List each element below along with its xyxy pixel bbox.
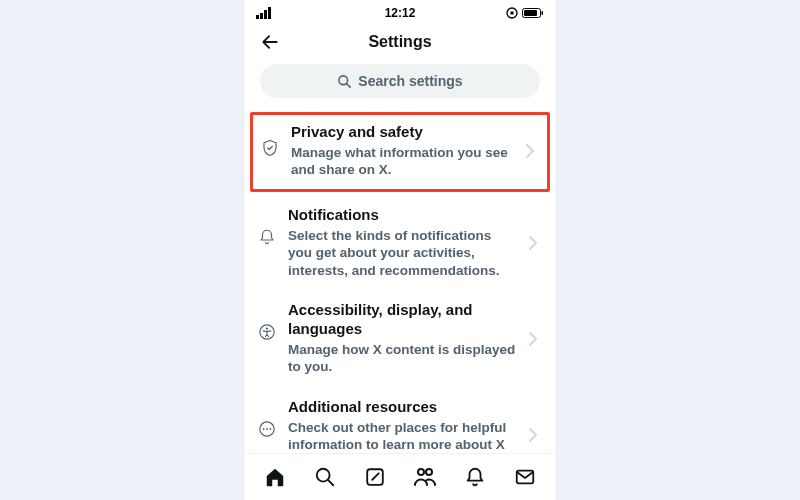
mail-icon bbox=[514, 466, 536, 488]
accessibility-icon bbox=[256, 323, 278, 341]
status-time: 12:12 bbox=[316, 6, 484, 20]
search-placeholder: Search settings bbox=[358, 73, 462, 89]
nav-communities[interactable] bbox=[405, 457, 445, 497]
svg-point-16 bbox=[269, 428, 271, 430]
item-desc: Select the kinds of notifications you ge… bbox=[288, 227, 518, 280]
more-horizontal-icon bbox=[256, 420, 278, 438]
header-bar: Settings bbox=[244, 24, 556, 60]
item-desc: Check out other places for helpful infor… bbox=[288, 419, 518, 453]
status-right bbox=[484, 7, 544, 19]
people-icon bbox=[413, 466, 437, 488]
home-icon bbox=[264, 466, 286, 488]
item-body: Notifications Select the kinds of notifi… bbox=[288, 206, 518, 279]
svg-rect-8 bbox=[524, 10, 537, 16]
settings-list: Privacy and safety Manage what informati… bbox=[244, 108, 556, 453]
svg-point-15 bbox=[266, 428, 268, 430]
search-input[interactable]: Search settings bbox=[260, 64, 540, 98]
search-wrap: Search settings bbox=[244, 60, 556, 108]
chevron-right-icon bbox=[528, 428, 544, 442]
svg-rect-0 bbox=[256, 15, 259, 19]
compose-icon bbox=[364, 466, 386, 488]
status-bar: 12:12 bbox=[244, 0, 556, 24]
list-item-privacy-safety[interactable]: Privacy and safety Manage what informati… bbox=[250, 112, 550, 192]
search-icon bbox=[337, 74, 352, 89]
item-title: Notifications bbox=[288, 206, 518, 225]
item-desc: Manage how X content is displayed to you… bbox=[288, 341, 518, 376]
chevron-right-icon bbox=[528, 236, 544, 250]
nav-search[interactable] bbox=[305, 457, 345, 497]
bell-icon bbox=[464, 466, 486, 488]
search-icon bbox=[314, 466, 336, 488]
svg-rect-2 bbox=[264, 10, 267, 19]
chevron-right-icon bbox=[525, 144, 541, 158]
signal-icon bbox=[256, 7, 274, 19]
nav-home[interactable] bbox=[255, 457, 295, 497]
svg-point-14 bbox=[263, 428, 265, 430]
item-title: Additional resources bbox=[288, 398, 518, 417]
svg-rect-3 bbox=[268, 7, 271, 19]
svg-point-21 bbox=[426, 469, 432, 475]
nav-compose[interactable] bbox=[355, 457, 395, 497]
orientation-lock-icon bbox=[506, 7, 518, 19]
page-title: Settings bbox=[244, 33, 556, 51]
nav-messages[interactable] bbox=[505, 457, 545, 497]
item-body: Privacy and safety Manage what informati… bbox=[291, 123, 515, 179]
shield-icon bbox=[259, 139, 281, 157]
item-body: Accessibility, display, and languages Ma… bbox=[288, 301, 518, 376]
item-title: Privacy and safety bbox=[291, 123, 515, 142]
item-desc: Manage what information you see and shar… bbox=[291, 144, 515, 179]
back-button[interactable] bbox=[256, 28, 284, 56]
svg-rect-7 bbox=[542, 11, 544, 15]
item-body: Additional resources Check out other pla… bbox=[288, 398, 518, 453]
list-item-additional-resources[interactable]: Additional resources Check out other pla… bbox=[244, 388, 556, 453]
status-signal bbox=[256, 7, 316, 19]
item-title: Accessibility, display, and languages bbox=[288, 301, 518, 339]
bottom-nav bbox=[244, 453, 556, 500]
arrow-left-icon bbox=[260, 32, 280, 52]
nav-notifications[interactable] bbox=[455, 457, 495, 497]
bell-icon bbox=[256, 228, 278, 246]
battery-icon bbox=[522, 7, 544, 19]
svg-point-12 bbox=[266, 328, 268, 330]
svg-point-20 bbox=[418, 469, 424, 475]
svg-line-18 bbox=[328, 480, 333, 485]
list-item-accessibility[interactable]: Accessibility, display, and languages Ma… bbox=[244, 291, 556, 388]
svg-rect-1 bbox=[260, 13, 263, 19]
list-item-notifications[interactable]: Notifications Select the kinds of notifi… bbox=[244, 196, 556, 291]
chevron-right-icon bbox=[528, 332, 544, 346]
phone-frame: 12:12 Settings Search s bbox=[244, 0, 556, 500]
svg-rect-5 bbox=[511, 12, 514, 15]
svg-line-10 bbox=[347, 83, 350, 86]
